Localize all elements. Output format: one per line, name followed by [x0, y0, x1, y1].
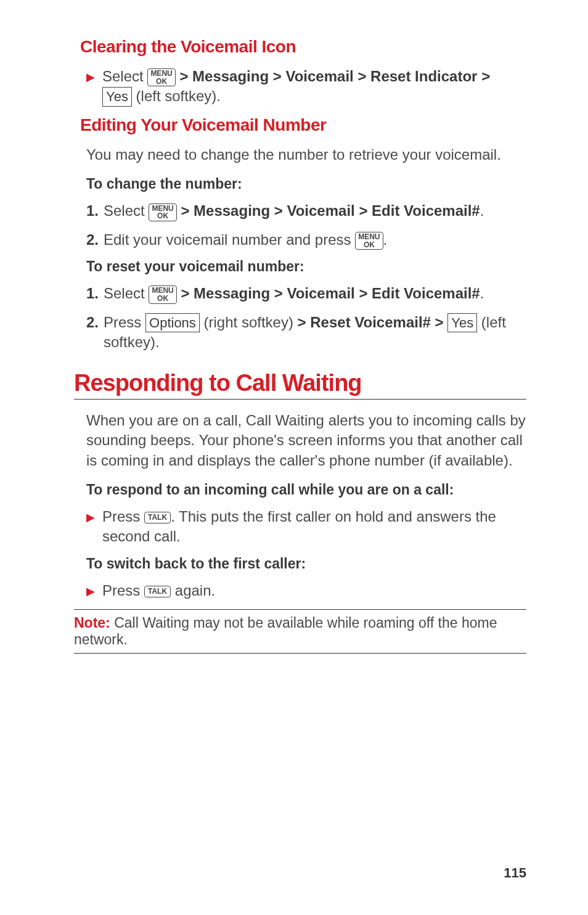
- step-text: Press Options (right softkey) > Reset Vo…: [104, 313, 526, 353]
- heading-clearing-voicemail: Clearing the Voicemail Icon: [80, 37, 526, 57]
- yes-softkey: Yes: [102, 87, 132, 107]
- subheading-change-number: To change the number:: [86, 176, 526, 192]
- subheading-respond-call: To respond to an incoming call while you…: [86, 482, 526, 498]
- step-1-reset: 1. Select MENUOK > Messaging > Voicemail…: [86, 284, 526, 303]
- step-2-change: 2. Edit your voicemail number and press …: [86, 230, 526, 250]
- step-1-change: 1. Select MENUOK > Messaging > Voicemail…: [86, 201, 526, 221]
- bullet-text: Select MENUOK > Messaging > Voicemail > …: [102, 67, 526, 107]
- step-number: 1.: [86, 284, 99, 303]
- yes-softkey: Yes: [447, 313, 477, 333]
- menu-ok-key-icon: MENUOK: [149, 203, 176, 221]
- note-label: Note:: [74, 615, 110, 631]
- options-softkey: Options: [145, 313, 200, 333]
- triangle-icon: ▶: [86, 70, 95, 107]
- note-text: Call Waiting may not be available while …: [74, 615, 497, 647]
- step-number: 2.: [86, 313, 99, 353]
- bullet-clear-voicemail: ▶ Select MENUOK > Messaging > Voicemail …: [86, 67, 526, 107]
- menu-ok-key-icon: MENUOK: [147, 68, 175, 86]
- page-number: 115: [504, 865, 526, 881]
- triangle-icon: ▶: [86, 510, 95, 547]
- intro-para: You may need to change the number to ret…: [86, 145, 526, 165]
- step-text: Select MENUOK > Messaging > Voicemail > …: [104, 284, 526, 303]
- menu-ok-key-icon: MENUOK: [149, 285, 176, 303]
- step-text: Select MENUOK > Messaging > Voicemail > …: [104, 201, 526, 221]
- heading-call-waiting: Responding to Call Waiting: [74, 370, 526, 400]
- bullet-text: Press TALK again.: [102, 581, 526, 601]
- subheading-switch-back: To switch back to the first caller:: [86, 556, 526, 572]
- triangle-icon: ▶: [86, 584, 95, 601]
- step-number: 2.: [86, 230, 99, 250]
- bullet-text: Press TALK. This puts the first caller o…: [102, 507, 526, 547]
- step-text: Edit your voicemail number and press MEN…: [104, 230, 526, 250]
- bullet-switch-back: ▶ Press TALK again.: [86, 581, 526, 601]
- step-2-reset: 2. Press Options (right softkey) > Reset…: [86, 313, 526, 353]
- bullet-respond: ▶ Press TALK. This puts the first caller…: [86, 507, 526, 547]
- step-number: 1.: [86, 201, 99, 221]
- talk-key-icon: TALK: [144, 512, 171, 523]
- heading-editing-voicemail: Editing Your Voicemail Number: [80, 115, 526, 135]
- talk-key-icon: TALK: [144, 586, 171, 597]
- menu-ok-key-icon: MENUOK: [355, 232, 383, 250]
- subheading-reset-number: To reset your voicemail number:: [86, 258, 526, 275]
- intro-call-waiting: When you are on a call, Call Waiting ale…: [86, 411, 526, 470]
- note-block: Note: Call Waiting may not be available …: [74, 609, 526, 654]
